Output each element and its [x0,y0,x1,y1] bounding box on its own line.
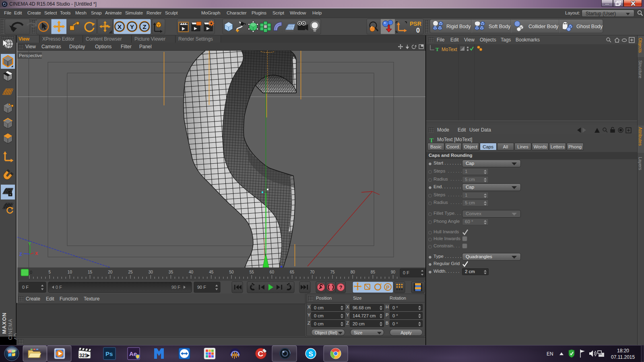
svg-text:0 F: 0 F [22,285,29,290]
svg-text:45: 45 [209,270,214,274]
svg-text:10: 10 [68,270,72,274]
svg-text:0 F: 0 F [403,270,409,275]
svg-text:Collider Body: Collider Body [528,24,559,29]
svg-text:C: C [258,350,264,358]
svg-text:55: 55 [250,270,254,274]
svg-text:75: 75 [330,270,335,274]
svg-text:0 F: 0 F [56,285,62,290]
svg-text:20: 20 [108,270,113,274]
svg-text:Perspective: Perspective [19,53,42,58]
svg-text:50: 50 [229,270,234,274]
svg-text:321: 321 [79,353,87,358]
svg-text:PSR: PSR [410,21,421,27]
svg-text:Z: Z [142,23,146,30]
svg-text:Soft Body: Soft Body [489,24,511,29]
svg-text:P: P [386,285,390,290]
svg-text:90: 90 [391,270,396,274]
svg-text:15: 15 [88,270,93,274]
svg-text:70: 70 [310,270,315,274]
svg-text:80: 80 [351,270,355,274]
svg-text:65: 65 [290,270,295,274]
svg-text:40: 40 [189,270,194,274]
svg-text:X: X [118,23,122,30]
svg-text:60: 60 [270,270,275,274]
svg-text:Z: Z [19,252,22,257]
svg-text:30: 30 [149,270,153,274]
svg-text:T: T [436,46,439,52]
svg-text:0: 0 [416,27,420,34]
svg-text:Y: Y [130,23,134,30]
svg-text:85: 85 [371,270,376,274]
svg-text:90 F: 90 F [197,285,206,290]
svg-text:Ghost Body: Ghost Body [576,24,603,29]
svg-text:0: 0 [30,270,32,275]
svg-text:Rigid Body: Rigid Body [446,24,471,29]
svg-text:X: X [35,251,38,256]
svg-text:Ps: Ps [105,350,113,357]
svg-text:S: S [309,350,313,358]
svg-text:5: 5 [48,270,51,274]
svg-text:Y: Y [28,241,31,246]
svg-text:25: 25 [128,270,133,274]
svg-text:?: ? [339,285,342,290]
svg-text:EN: EN [547,351,553,357]
svg-text:35: 35 [169,270,173,274]
svg-text:90 F: 90 F [171,285,180,290]
svg-text:MoText: MoText [442,47,457,52]
svg-text:18:20: 18:20 [617,348,629,354]
svg-text:07.11.2015: 07.11.2015 [611,354,635,360]
